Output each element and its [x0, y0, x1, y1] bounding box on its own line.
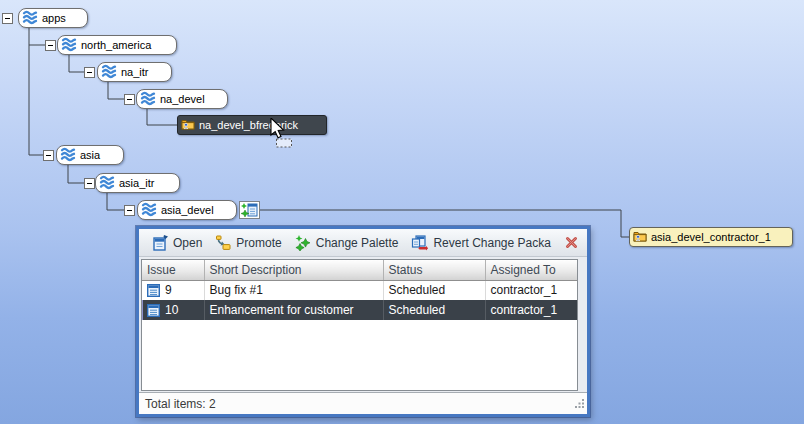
- issues-toolbar: Open Promote Change Palette Revert Chang…: [139, 229, 587, 257]
- issue-icon: [147, 284, 160, 297]
- issue-number: 10: [165, 303, 178, 317]
- tree-node-label: north_america: [81, 39, 151, 51]
- issue-short-description: Bug fix #1: [204, 280, 383, 300]
- issue-short-description: Enhancement for customer: [204, 300, 383, 320]
- mouse-cursor: [270, 118, 296, 152]
- open-button[interactable]: Open: [152, 235, 202, 251]
- revert-change-package-button[interactable]: Revert Change Packa: [411, 235, 550, 251]
- issue-number: 9: [165, 283, 172, 297]
- issues-table: Issue Short Description Status Assigned …: [142, 260, 578, 320]
- tree-node-apps[interactable]: apps: [18, 8, 88, 28]
- stream-icon: [99, 175, 115, 192]
- open-label: Open: [173, 236, 202, 250]
- issue-row[interactable]: 9 Bug fix #1 Scheduled contractor_1: [142, 280, 578, 300]
- stream-icon: [101, 64, 117, 81]
- stream-icon: [140, 91, 156, 108]
- tree-node-asia-devel[interactable]: asia_devel: [137, 200, 237, 220]
- tree-node-na-devel[interactable]: na_devel: [136, 89, 228, 109]
- collapse-icon[interactable]: [43, 150, 54, 161]
- change-palette-badge-icon[interactable]: [239, 201, 260, 219]
- close-icon: [565, 236, 578, 249]
- stream-icon: [141, 202, 157, 219]
- collapse-icon[interactable]: [84, 178, 95, 189]
- tree-node-label: asia_itr: [119, 177, 154, 189]
- resize-grip[interactable]: [575, 398, 585, 412]
- change-palette-label: Change Palette: [316, 236, 399, 250]
- promote-button[interactable]: Promote: [215, 235, 281, 251]
- column-header-status[interactable]: Status: [383, 260, 485, 280]
- stream-browser-canvas: apps north_america na_itr na_devel na_de…: [0, 0, 804, 424]
- stream-icon: [61, 37, 77, 54]
- workspace-folder-icon: [633, 230, 647, 244]
- column-header-assigned-to[interactable]: Assigned To: [485, 260, 578, 280]
- tree-node-label: asia_devel_contractor_1: [651, 231, 771, 243]
- tree-node-label: na_itr: [121, 66, 149, 78]
- tree-node-label: na_devel: [160, 93, 205, 105]
- promote-label: Promote: [236, 236, 281, 250]
- issue-row-selected[interactable]: 10 Enhancement for customer Scheduled co…: [142, 300, 578, 320]
- stream-issues-panel: Open Promote Change Palette Revert Chang…: [136, 226, 590, 417]
- issue-icon: [147, 304, 160, 317]
- revert-change-package-label: Revert Change Packa: [433, 236, 550, 250]
- issue-assigned-to: contractor_1: [485, 300, 578, 320]
- revert-change-package-icon: [411, 235, 428, 251]
- issues-table-viewport: Issue Short Description Status Assigned …: [141, 259, 578, 391]
- change-palette-icon: [295, 235, 311, 251]
- total-items-label: Total items: 2: [145, 397, 216, 411]
- tree-node-asia[interactable]: asia: [56, 145, 124, 165]
- column-header-issue[interactable]: Issue: [142, 260, 204, 280]
- column-header-short-description[interactable]: Short Description: [204, 260, 383, 280]
- close-panel-button[interactable]: [565, 236, 578, 249]
- workspace-folder-icon: [181, 118, 195, 132]
- promote-icon: [215, 235, 231, 251]
- collapse-icon[interactable]: [45, 40, 56, 51]
- tree-node-label: asia_devel: [161, 204, 214, 216]
- tree-node-label: asia: [80, 149, 100, 161]
- tree-node-asia-itr[interactable]: asia_itr: [95, 173, 180, 193]
- tree-node-na-devel-bfrederick[interactable]: na_devel_bfrederick: [177, 115, 327, 135]
- status-bar: Total items: 2: [139, 392, 587, 414]
- issues-table-area: Issue Short Description Status Assigned …: [139, 257, 587, 392]
- collapse-icon[interactable]: [124, 94, 135, 105]
- issues-table-header: Issue Short Description Status Assigned …: [142, 260, 578, 280]
- stream-icon: [60, 147, 76, 164]
- tree-node-na-itr[interactable]: na_itr: [97, 62, 172, 82]
- tree-node-label: apps: [42, 12, 66, 24]
- tree-node-asia-devel-contractor-1[interactable]: asia_devel_contractor_1: [629, 227, 793, 247]
- tree-node-north-america[interactable]: north_america: [57, 35, 177, 55]
- open-icon: [152, 235, 168, 251]
- collapse-icon[interactable]: [84, 67, 95, 78]
- issue-status: Scheduled: [383, 280, 485, 300]
- issue-status: Scheduled: [383, 300, 485, 320]
- collapse-icon[interactable]: [2, 13, 13, 24]
- stream-icon: [22, 10, 38, 27]
- issue-assigned-to: contractor_1: [485, 280, 578, 300]
- change-palette-button[interactable]: Change Palette: [295, 235, 399, 251]
- collapse-icon[interactable]: [124, 205, 135, 216]
